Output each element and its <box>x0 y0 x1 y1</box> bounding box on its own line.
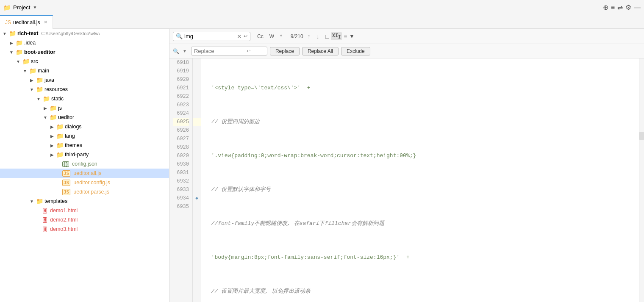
code-scroll[interactable]: '<style type=\'text/css\'>' + // 设置四周的留边… <box>201 58 639 302</box>
search-case-sensitive-btn[interactable]: Cc <box>255 33 266 40</box>
expand-arrow-third-party: ▶ <box>49 152 55 157</box>
ln-6921: 6921 <box>173 84 189 92</box>
replace-input-wrapper[interactable]: ↩ <box>191 47 267 55</box>
gutter-6933 <box>193 186 201 194</box>
settings-icon[interactable]: ⚙ <box>625 3 631 11</box>
tree-item-ueditor[interactable]: ▼ 📁 ueditor <box>0 113 169 122</box>
expand-arrow-java: ▶ <box>29 78 35 83</box>
main-layout: ▼ 📁 rich-text C:\Users\gbIfy\Desktop\wfw… <box>0 29 644 302</box>
tree-label-config-json: config.json <box>72 161 97 167</box>
tree-item-boot-ueditor[interactable]: ▼ 📁 boot-ueditor <box>0 47 169 57</box>
code-line-6921: // 设置默认字体和字号 <box>205 186 636 194</box>
tree-label-rich-text: rich-text <box>17 30 38 36</box>
replace-all-button[interactable]: Replace All <box>302 47 339 55</box>
search-multiline-icon[interactable]: XII <box>331 32 342 40</box>
gutter-6932 <box>193 177 201 186</box>
project-label[interactable]: Project <box>13 4 30 11</box>
search-clear-icon[interactable]: ✕ <box>237 33 242 40</box>
replace-bar: 🔍 ▼ ↩ Replace Replace All Exclude <box>169 44 644 58</box>
tree-item-ueditor-all-js[interactable]: JS ueditor.all.js <box>0 169 169 178</box>
tree-item-static[interactable]: ▼ 📁 static <box>0 94 169 103</box>
search-filter-icon[interactable]: ▼ <box>349 33 355 39</box>
folder-icon-boot: 📁 <box>16 49 23 55</box>
tree-item-java[interactable]: ▶ 📁 java <box>0 75 169 85</box>
tree-item-idea[interactable]: ▶ 📁 .idea <box>0 38 169 47</box>
tab-ueditor-all-js[interactable]: JS ueditor.all.js ✕ <box>0 15 53 29</box>
search-sort-icon[interactable]: ≡ <box>344 33 347 39</box>
gutter-6931 <box>193 169 201 177</box>
code-content: '<style type=\'text/css\'>' + // 设置四周的留边… <box>201 58 639 302</box>
gutter-6926 <box>193 126 201 135</box>
code-line-6924: // 设置图片最大宽度, 以免撑出滚动条 <box>205 287 636 296</box>
tree-label-java: java <box>44 77 54 83</box>
chevron-down-icon[interactable]: ▼ <box>33 5 37 10</box>
search-prev-btn[interactable]: ↑ <box>306 32 312 41</box>
ln-6935: 6935 <box>173 202 189 211</box>
tree-item-dialogs[interactable]: ▶ 📁 dialogs <box>0 122 169 131</box>
tree-item-lang[interactable]: ▶ 📁 lang <box>0 131 169 141</box>
replace-input[interactable] <box>194 48 245 54</box>
tab-close-button[interactable]: ✕ <box>44 19 47 25</box>
tree-item-demo3-html[interactable]: H demo3.html <box>0 224 169 234</box>
exclude-button[interactable]: Exclude <box>341 47 370 55</box>
tree-item-ueditor-config-js[interactable]: JS ueditor.config.js <box>0 178 169 187</box>
replace-button[interactable]: Replace <box>270 47 300 55</box>
ln-6932: 6932 <box>173 177 189 186</box>
ln-6922: 6922 <box>173 92 189 101</box>
gutter: ◆ <box>193 58 201 302</box>
tree-item-resources[interactable]: ▼ 📁 resources <box>0 85 169 94</box>
replace-dropdown-icon[interactable]: ▼ <box>183 49 187 53</box>
tree-item-demo2-html[interactable]: H demo2.html <box>0 215 169 224</box>
search-next-btn[interactable]: ↓ <box>315 32 321 41</box>
search-bar: 🔍 ✕ ↩ Cc W * 9/210 ↑ ↓ □ XII ≡ ▼ <box>169 29 644 44</box>
tree-label-ueditor-parse-js: ueditor.parse.js <box>73 189 109 195</box>
search-history-icon[interactable]: ↩ <box>244 33 247 39</box>
code-line-6919: // 设置四周的留边 <box>205 118 636 126</box>
search-whole-word-btn[interactable]: W <box>267 33 277 40</box>
gutter-6930 <box>193 160 201 169</box>
layout-icon-1[interactable]: ≡ <box>611 4 615 11</box>
tree-item-templates[interactable]: ▼ 📁 templates <box>0 197 169 206</box>
gutter-bookmark-6934: ◆ <box>193 194 201 202</box>
tree-item-third-party[interactable]: ▶ 📁 third-party <box>0 150 169 159</box>
code-token: //font-family不能昵随便改, 在safari下fillchar会有解… <box>205 219 384 228</box>
ln-6930: 6930 <box>173 160 189 169</box>
tree-label-main: main <box>38 68 49 74</box>
folder-icon-js: 📁 <box>50 105 57 111</box>
expand-arrow-boot: ▼ <box>8 50 14 55</box>
code-line-6923: 'body{margin:8px;font-family:sans-serif;… <box>205 253 636 262</box>
minimize-icon[interactable]: — <box>634 4 641 11</box>
ln-6923: 6923 <box>173 101 189 109</box>
code-editor: 6918 6919 6920 6921 6922 6923 6924 6925 … <box>169 58 644 302</box>
gutter-6928 <box>193 143 201 152</box>
tree-label-boot-ueditor: boot-ueditor <box>24 49 56 55</box>
tree-label-demo2-html: demo2.html <box>50 217 78 223</box>
tree-item-themes[interactable]: ▶ 📁 themes <box>0 141 169 150</box>
tree-item-js[interactable]: ▶ 📁 js <box>0 103 169 113</box>
tree-item-ueditor-parse-js[interactable]: JS ueditor.parse.js <box>0 187 169 197</box>
ln-6931: 6931 <box>173 169 189 177</box>
add-icon[interactable]: ⊕ <box>603 3 608 11</box>
search-expand-icon[interactable]: □ <box>325 33 329 40</box>
search-input[interactable] <box>184 33 235 39</box>
expand-arrow-resources: ▼ <box>29 87 35 92</box>
tree-item-config-json[interactable]: {} config.json <box>0 159 169 169</box>
expand-arrow-dialogs: ▶ <box>49 125 55 129</box>
folder-icon-static: 📁 <box>43 95 50 102</box>
minimap-thumb[interactable] <box>639 132 644 140</box>
gutter-6921 <box>193 84 201 92</box>
tree-item-src[interactable]: ▼ 📁 src <box>0 57 169 66</box>
gutter-6925 <box>193 118 201 126</box>
tree-item-rich-text[interactable]: ▼ 📁 rich-text C:\Users\gbIfy\Desktop\wfw… <box>0 29 169 38</box>
tab-label: ueditor.all.js <box>13 19 40 25</box>
folder-icon: 📁 <box>9 30 16 37</box>
replace-history-icon[interactable]: ↩ <box>247 48 250 54</box>
layout-icon-2[interactable]: ⇌ <box>617 3 623 11</box>
tree-item-main[interactable]: ▼ 📁 main <box>0 66 169 75</box>
search-regex-btn[interactable]: * <box>278 33 285 40</box>
tree-item-demo1-html[interactable]: H demo1.html <box>0 206 169 215</box>
gutter-6935 <box>193 202 201 211</box>
js-file-icon-parse: JS <box>62 189 70 195</box>
expand-arrow-templates: ▼ <box>29 199 35 204</box>
search-input-wrapper[interactable]: 🔍 ✕ ↩ <box>173 32 250 41</box>
